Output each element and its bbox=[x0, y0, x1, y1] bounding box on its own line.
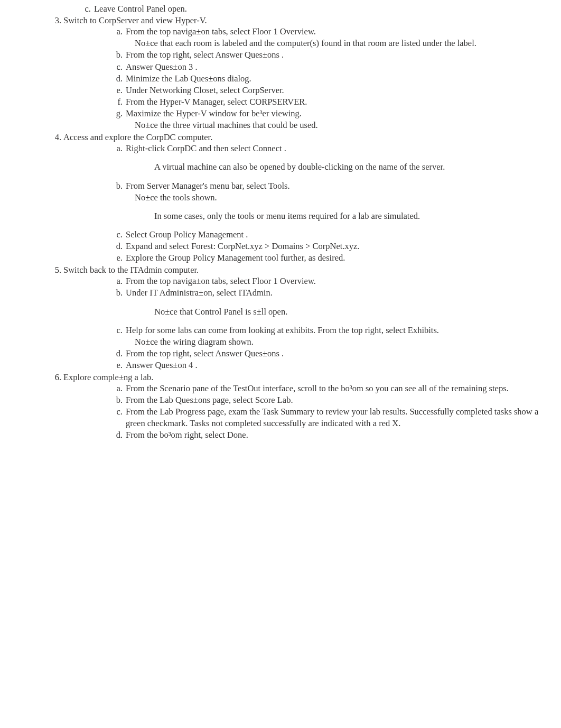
step6a: a. From the Scenario pane of the TestOut… bbox=[63, 383, 545, 394]
step6c: c. From the Lab Progress page, exam the … bbox=[63, 406, 545, 428]
step4: 4. Access and explore the CorpDC compute… bbox=[32, 132, 545, 263]
step3g-sub: No±ce the three virtual machines that co… bbox=[63, 119, 545, 131]
step3-sublist: a. From the top naviga±on tabs, select F… bbox=[63, 26, 545, 37]
step5c-sub: No±ce the wiring diagram shown. bbox=[63, 336, 545, 347]
step5a: a. From the top naviga±on tabs, select F… bbox=[63, 275, 545, 287]
step2c: c. Leave Control Panel open. bbox=[32, 3, 545, 14]
step2c-marker: c. bbox=[82, 3, 91, 14]
step3e: e. Under Networking Closet, select CorpS… bbox=[63, 85, 545, 96]
step3c: c. Answer Ques±on 3 . bbox=[63, 61, 545, 72]
step3-marker: 3. bbox=[54, 15, 61, 26]
step3b: b. From the top right, select Answer Que… bbox=[63, 49, 545, 60]
step4c: c. Select Group Policy Management . bbox=[63, 229, 545, 240]
step4e: e. Explore the Group Policy Management t… bbox=[63, 252, 545, 263]
step3d: d. Minimize the Lab Ques±ons dialog. bbox=[63, 73, 545, 84]
main-list: 3. Switch to CorpServer and view Hyper-V… bbox=[32, 15, 545, 440]
step5e: e. Answer Ques±on 4 . bbox=[63, 360, 545, 371]
step4a-note: A virtual machine can also be opened by … bbox=[63, 161, 545, 172]
step5b: b. Under IT Administra±on, select ITAdmi… bbox=[63, 287, 545, 298]
step4d: d. Expand and select Forest: CorpNet.xyz… bbox=[63, 241, 545, 252]
document-page: c. Leave Control Panel open. 3. Switch t… bbox=[0, 0, 561, 728]
step4a: a. Right-click CorpDC and then select Co… bbox=[63, 143, 545, 154]
step6: 6. Explore comple±ng a lab. a. From the … bbox=[32, 372, 545, 440]
step3a: a. From the top naviga±on tabs, select F… bbox=[63, 26, 545, 37]
step4b-note: In some cases, only the tools or menu it… bbox=[63, 210, 545, 222]
step5d: d. From the top right, select Answer Que… bbox=[63, 348, 545, 359]
step2c-text: Leave Control Panel open. bbox=[94, 4, 187, 14]
step4b-sub: No±ce the tools shown. bbox=[63, 192, 545, 203]
step6b: b. From the Lab Ques±ons page, select Sc… bbox=[63, 394, 545, 406]
step3-text: Switch to CorpServer and view Hyper-V. bbox=[63, 15, 207, 25]
step3a-text: From the top naviga±on tabs, select Floo… bbox=[126, 26, 316, 36]
step3g: g. Maximize the Hyper-V window for be³er… bbox=[63, 108, 545, 119]
step3f: f. From the Hyper-V Manager, select CORP… bbox=[63, 96, 545, 107]
step5b-note: No±ce that Control Panel is s±ll open. bbox=[63, 306, 545, 317]
step3a-sub: No±ce that each room is labeled and the … bbox=[63, 38, 545, 49]
step3a-marker: a. bbox=[114, 26, 123, 37]
step5: 5. Switch back to the ITAdmin computer. … bbox=[32, 264, 545, 371]
step2-sublist: c. Leave Control Panel open. bbox=[32, 3, 545, 14]
step3: 3. Switch to CorpServer and view Hyper-V… bbox=[32, 15, 545, 131]
step4b: b. From Server Manager's menu bar, selec… bbox=[63, 180, 545, 191]
step6d: d. From the bo³om right, select Done. bbox=[63, 429, 545, 440]
step5c: c. Help for some labs can come from look… bbox=[63, 325, 545, 336]
